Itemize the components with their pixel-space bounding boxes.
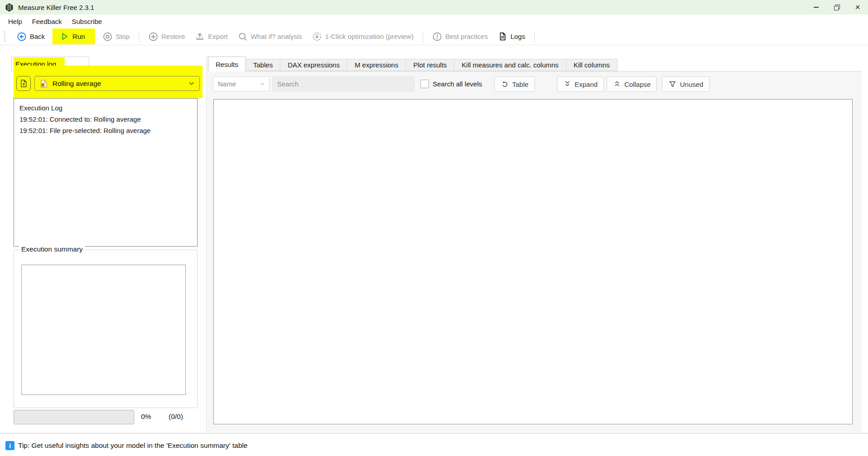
- refresh-icon: [500, 80, 509, 89]
- tab-kill-measures[interactable]: Kill measures and calc. columns: [454, 59, 566, 71]
- tab-results[interactable]: Results: [208, 57, 246, 71]
- file-dropdown[interactable]: Rolling average: [34, 76, 200, 91]
- status-tip-text: Tip: Get useful insights about your mode…: [18, 442, 248, 450]
- log-line: 19:52:01: Connected to: Rolling average: [19, 114, 192, 125]
- app-icon: [5, 3, 14, 12]
- one-click-optimization-button[interactable]: 1-Click optimization (preview): [307, 29, 419, 44]
- window-controls: ×: [806, 0, 868, 14]
- run-label: Run: [72, 33, 85, 40]
- chevron-down-icon: [259, 81, 265, 87]
- execution-log-textbox[interactable]: Execution Log 19:52:01: Connected to: Ro…: [14, 98, 198, 247]
- window-title: Measure Killer Free 2.3.1: [18, 4, 94, 11]
- execution-summary-table: [21, 265, 186, 395]
- progress-bar: [14, 410, 134, 424]
- chevron-down-icon: [188, 80, 195, 87]
- export-icon: [195, 32, 205, 42]
- name-filter-dropdown[interactable]: Name: [213, 76, 269, 91]
- results-panel: Results Tables DAX expressions M express…: [208, 57, 862, 432]
- run-button[interactable]: Run: [52, 28, 95, 44]
- what-if-analysis-label: What if? analysis: [251, 33, 302, 40]
- execution-log-panel: Execution log Rolling average Execution …: [0, 45, 207, 433]
- menu-bar: Help Feedback Subscribe: [0, 14, 868, 28]
- file-selector-highlight: Rolling average: [14, 66, 203, 98]
- restore-window-icon: [834, 5, 840, 10]
- log-line: Execution Log: [19, 102, 192, 114]
- search-input[interactable]: [272, 76, 415, 91]
- restore-window-button[interactable]: [826, 0, 847, 14]
- tab-kill-columns[interactable]: Kill columns: [566, 59, 618, 71]
- close-icon: ×: [855, 3, 860, 11]
- results-tab-content: Name Search all levels Table Expand: [208, 71, 862, 432]
- restore-icon: [148, 32, 158, 42]
- restore-label: Restore: [161, 33, 185, 40]
- results-tree-view[interactable]: [213, 99, 853, 424]
- status-bar: i Tip: Get useful insights about your mo…: [0, 433, 868, 456]
- file-dropdown-value: Rolling average: [52, 80, 184, 88]
- search-all-levels-checkbox[interactable]: [420, 80, 429, 88]
- table-view-label: Table: [512, 81, 528, 88]
- back-button[interactable]: Back: [12, 29, 50, 44]
- minimize-icon: [814, 7, 819, 7]
- double-chevron-up-icon: [613, 80, 621, 88]
- stop-button[interactable]: Stop: [98, 29, 135, 44]
- funnel-icon: [668, 80, 677, 89]
- export-button[interactable]: Export: [190, 29, 232, 44]
- magnifier-icon: [238, 32, 248, 42]
- table-view-button[interactable]: Table: [494, 76, 535, 92]
- best-practices-button[interactable]: Best practices: [427, 29, 493, 44]
- execution-summary-groupbox: Execution summary: [14, 250, 198, 408]
- log-line: 19:52:01: File pre-selected: Rolling ave…: [19, 125, 192, 136]
- tab-plot-results[interactable]: Plot results: [406, 59, 454, 71]
- search-all-levels-label[interactable]: Search all levels: [433, 80, 482, 88]
- panel-splitter[interactable]: [207, 57, 207, 432]
- menu-feedback[interactable]: Feedback: [27, 16, 67, 27]
- logs-icon: [498, 32, 507, 41]
- logs-button[interactable]: Logs: [493, 29, 530, 43]
- one-click-optimization-label: 1-Click optimization (preview): [325, 33, 414, 40]
- export-label: Export: [208, 33, 227, 40]
- best-practices-icon: [432, 32, 442, 42]
- name-filter-value: Name: [218, 80, 259, 88]
- best-practices-label: Best practices: [445, 33, 488, 40]
- pbix-file-icon: [39, 79, 48, 88]
- expand-button[interactable]: Expand: [557, 76, 604, 92]
- unused-filter-button[interactable]: Unused: [662, 76, 710, 92]
- back-icon: [17, 32, 27, 42]
- one-click-optimization-icon: [312, 32, 322, 42]
- expand-label: Expand: [575, 81, 598, 88]
- progress-count: (0/0): [169, 413, 183, 421]
- collapse-button[interactable]: Collapse: [607, 76, 657, 92]
- collapse-label: Collapse: [624, 81, 651, 88]
- what-if-analysis-button[interactable]: What if? analysis: [233, 29, 307, 44]
- tab-dax-expressions[interactable]: DAX expressions: [280, 59, 347, 71]
- info-icon: i: [5, 441, 14, 450]
- run-icon: [60, 32, 69, 41]
- toolbar-separator: [534, 31, 535, 42]
- search-all-levels-option: Search all levels: [420, 76, 482, 91]
- results-tab-bar: Results Tables DAX expressions M express…: [208, 57, 618, 71]
- double-chevron-down-icon: [563, 80, 571, 88]
- execution-summary-legend: Execution summary: [19, 245, 85, 253]
- toolbar-separator: [139, 31, 139, 42]
- logs-label: Logs: [510, 33, 525, 40]
- restore-button[interactable]: Restore: [143, 29, 190, 44]
- stop-label: Stop: [116, 33, 130, 40]
- progress-percent: 0%: [141, 413, 151, 421]
- tab-m-expressions[interactable]: M expressions: [347, 59, 406, 71]
- close-button[interactable]: ×: [847, 0, 868, 14]
- menu-subscribe[interactable]: Subscribe: [67, 16, 107, 27]
- unused-filter-label: Unused: [680, 81, 703, 88]
- minimize-button[interactable]: [806, 0, 826, 14]
- toolbar-separator: [423, 31, 423, 42]
- file-plus-icon: [19, 79, 28, 88]
- progress-row: 0% (0/0): [14, 410, 199, 425]
- tab-tables[interactable]: Tables: [246, 59, 280, 71]
- menu-help[interactable]: Help: [3, 16, 27, 27]
- stop-icon: [103, 32, 113, 42]
- back-label: Back: [30, 33, 45, 40]
- toolbar: Back Run Stop Restore Export: [0, 28, 868, 45]
- title-bar: Measure Killer Free 2.3.1 ×: [0, 0, 868, 14]
- open-file-button[interactable]: [16, 76, 31, 91]
- toolbar-grip-handle[interactable]: [4, 31, 5, 43]
